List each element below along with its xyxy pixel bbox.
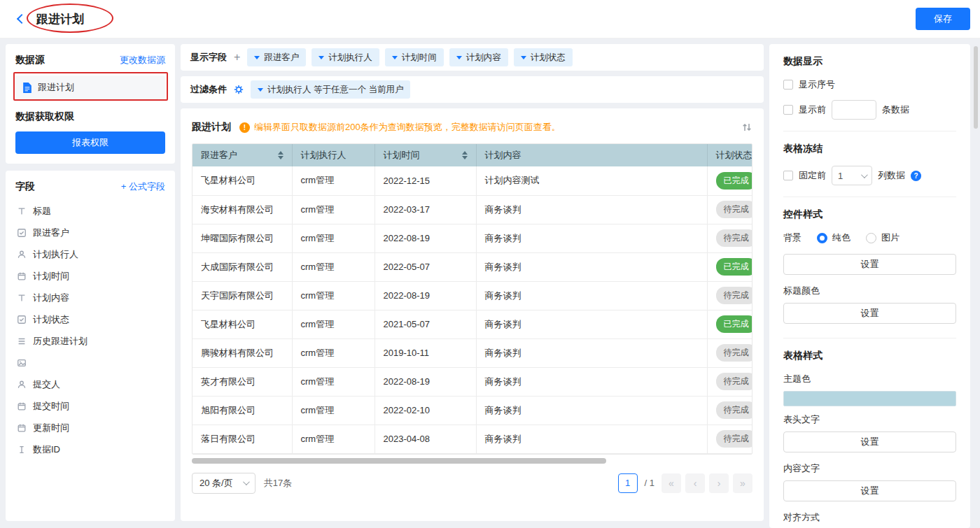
header-text-label: 表头文字 bbox=[783, 413, 956, 426]
show-first-checkbox[interactable] bbox=[783, 105, 793, 115]
sort-carets-icon[interactable] bbox=[278, 151, 284, 159]
help-icon[interactable]: ? bbox=[911, 171, 921, 181]
field-item-data-id[interactable]: 数据ID bbox=[15, 438, 165, 460]
page-size-select[interactable]: 20 条/页 bbox=[192, 473, 255, 494]
main-area: 显示字段 + 跟进客户 计划执行人 计划时间 计划内容 计划状态 过滤条件 计划… bbox=[181, 44, 764, 521]
calendar-icon bbox=[17, 423, 27, 433]
prev-page-button[interactable]: ‹ bbox=[685, 473, 705, 493]
filter-label: 过滤条件 bbox=[190, 83, 227, 96]
table-style-title: 表格样式 bbox=[783, 350, 956, 362]
field-item-customer[interactable]: 跟进客户 bbox=[15, 222, 165, 243]
display-field-chips: 跟进客户 计划执行人 计划时间 计划内容 计划状态 bbox=[247, 48, 573, 66]
freeze-prefix: 固定前 bbox=[799, 169, 826, 182]
sort-toggle-icon[interactable] bbox=[741, 122, 752, 133]
fields-panel: 字段 + 公式字段 标题 跟进客户 计划执行人 bbox=[6, 171, 175, 521]
page-scrollbar[interactable] bbox=[974, 46, 978, 129]
field-item-plan-content[interactable]: 计划内容 bbox=[15, 287, 165, 308]
chip-plan-status[interactable]: 计划状态 bbox=[514, 48, 573, 66]
chip-plan-time[interactable]: 计划时间 bbox=[385, 48, 444, 66]
save-button[interactable]: 保存 bbox=[916, 8, 970, 30]
content-text-label: 内容文字 bbox=[783, 462, 956, 475]
field-item-submitter[interactable]: 提交人 bbox=[15, 373, 165, 395]
chevron-down-icon bbox=[456, 56, 462, 59]
chevron-down-icon bbox=[392, 56, 398, 59]
table-row[interactable]: 腾骏材料有限公司crm管理2019-10-11商务谈判待完成 bbox=[192, 338, 752, 367]
table-row[interactable]: 天宇国际有限公司crm管理2022-08-19商务谈判待完成 bbox=[192, 281, 752, 310]
status-badge: 已完成 bbox=[716, 315, 753, 333]
sort-carets-icon[interactable] bbox=[462, 151, 468, 159]
warning-icon: ! bbox=[239, 122, 250, 133]
field-item-image[interactable] bbox=[15, 352, 165, 373]
left-sidebar: 数据源 更改数据源 跟进计划 数据获取权限 报表权限 字段 + 公式字段 bbox=[6, 44, 175, 521]
field-item-history[interactable]: 历史跟进计划 bbox=[15, 330, 165, 352]
field-item-title[interactable]: 标题 bbox=[15, 200, 165, 222]
data-table: 跟进客户 计划执行人 计划时间 计划内容 计划状态 飞星材料公司crm管理202… bbox=[192, 143, 752, 455]
table-title: 跟进计划 bbox=[192, 121, 231, 134]
chip-customer[interactable]: 跟进客户 bbox=[247, 48, 306, 66]
text-icon bbox=[17, 206, 27, 216]
calendar-icon bbox=[17, 271, 27, 281]
table-row[interactable]: 飞星材料公司crm管理2022-12-15计划内容测试已完成 bbox=[192, 166, 752, 195]
first-page-button[interactable]: « bbox=[662, 473, 681, 493]
table-row[interactable]: 落日有限公司crm管理2023-04-08商务谈判待完成 bbox=[192, 424, 752, 453]
background-label: 背景 bbox=[783, 231, 802, 244]
change-datasource-link[interactable]: 更改数据源 bbox=[120, 54, 165, 66]
table-row[interactable]: 坤曜国际有限公司crm管理2022-08-19商务谈判待完成 bbox=[192, 224, 752, 252]
user-icon bbox=[17, 380, 27, 390]
status-badge: 待完成 bbox=[716, 229, 753, 247]
formula-field-link[interactable]: + 公式字段 bbox=[121, 180, 165, 193]
gear-icon[interactable] bbox=[234, 85, 244, 94]
datasource-title: 数据源 bbox=[15, 54, 45, 66]
next-page-button[interactable]: › bbox=[709, 473, 729, 493]
freeze-title: 表格冻结 bbox=[783, 143, 956, 155]
report-permission-button[interactable]: 报表权限 bbox=[15, 131, 165, 154]
radio-image[interactable]: 图片 bbox=[866, 231, 899, 244]
status-badge: 待完成 bbox=[716, 287, 753, 304]
chevron-down-icon bbox=[521, 56, 526, 59]
table-row[interactable]: 大成国际有限公司crm管理2022-05-07商务谈判已完成 bbox=[192, 252, 752, 281]
filter-bar: 过滤条件 计划执行人 等于任意一个 当前用户 bbox=[181, 76, 764, 103]
divider bbox=[783, 338, 956, 338]
table-row[interactable]: 旭阳有限公司crm管理2022-02-10商务谈判待完成 bbox=[192, 396, 752, 424]
column-plan-status: 计划状态 bbox=[707, 144, 752, 166]
table-header-row: 跟进客户 计划执行人 计划时间 计划内容 计划状态 bbox=[192, 144, 752, 166]
background-set-button[interactable]: 设置 bbox=[783, 254, 956, 275]
text-icon bbox=[17, 293, 27, 303]
fields-title: 字段 bbox=[15, 180, 35, 193]
datasource-panel: 数据源 更改数据源 跟进计划 数据获取权限 报表权限 bbox=[6, 44, 175, 164]
datasource-item[interactable]: 跟进计划 bbox=[15, 76, 165, 99]
radio-solid-color[interactable]: 纯色 bbox=[817, 231, 850, 244]
back-chevron-icon[interactable] bbox=[17, 14, 27, 24]
content-text-set-button[interactable]: 设置 bbox=[783, 480, 956, 501]
column-plan-time[interactable]: 计划时间 bbox=[374, 144, 476, 166]
field-item-update-time[interactable]: 更新时间 bbox=[15, 417, 165, 438]
field-item-plan-status[interactable]: 计划状态 bbox=[15, 308, 165, 330]
column-customer[interactable]: 跟进客户 bbox=[192, 144, 292, 166]
table-horizontal-scrollbar[interactable] bbox=[192, 458, 606, 464]
field-item-plan-time[interactable]: 计划时间 bbox=[15, 265, 165, 287]
header-text-set-button[interactable]: 设置 bbox=[783, 431, 956, 452]
divider bbox=[783, 131, 956, 131]
table-row[interactable]: 海安材料有限公司crm管理2022-03-17商务谈判待完成 bbox=[192, 195, 752, 224]
show-first-count-input[interactable] bbox=[832, 100, 876, 120]
freeze-checkbox[interactable] bbox=[783, 171, 793, 180]
theme-color-swatch[interactable] bbox=[783, 391, 956, 406]
id-icon bbox=[17, 445, 27, 455]
last-page-button[interactable]: » bbox=[733, 473, 752, 493]
add-display-field-button[interactable]: + bbox=[234, 52, 240, 63]
title-color-set-button[interactable]: 设置 bbox=[783, 303, 956, 324]
current-page[interactable]: 1 bbox=[618, 473, 638, 493]
field-item-submit-time[interactable]: 提交时间 bbox=[15, 395, 165, 417]
status-badge: 已完成 bbox=[716, 258, 753, 276]
field-item-executor[interactable]: 计划执行人 bbox=[15, 243, 165, 265]
user-icon bbox=[17, 250, 27, 259]
chip-plan-content[interactable]: 计划内容 bbox=[449, 48, 508, 66]
table-row[interactable]: 英才有限公司crm管理2022-08-19商务谈判待完成 bbox=[192, 367, 752, 396]
show-index-checkbox[interactable] bbox=[783, 80, 793, 90]
table-row[interactable]: 飞星材料公司crm管理2021-05-07商务谈判已完成 bbox=[192, 310, 752, 338]
chip-executor[interactable]: 计划执行人 bbox=[312, 48, 379, 66]
show-index-label: 显示序号 bbox=[799, 78, 835, 91]
filter-condition-chip[interactable]: 计划执行人 等于任意一个 当前用户 bbox=[251, 80, 410, 99]
image-icon bbox=[17, 358, 27, 368]
freeze-count-select[interactable]: 1 bbox=[832, 166, 872, 185]
